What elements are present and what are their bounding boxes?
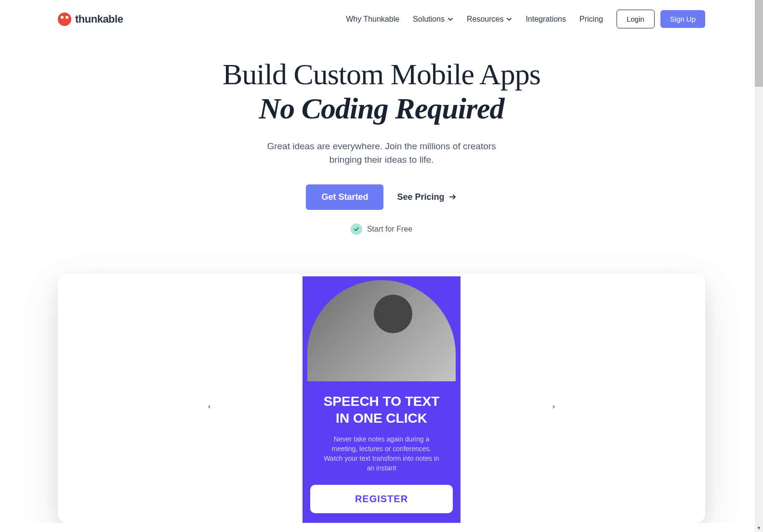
- nav-link-label: Solutions: [413, 15, 445, 24]
- nav-link-label: Pricing: [579, 15, 603, 24]
- phone-title: SPEECH TO TEXT IN ONE CLICK: [312, 393, 451, 427]
- top-nav: thunkable Why Thunkable Solutions Resour…: [0, 0, 763, 38]
- hero-title: Build Custom Mobile Apps No Coding Requi…: [10, 57, 753, 126]
- check-badge-icon: [351, 223, 362, 235]
- nav-actions: Login Sign Up: [617, 10, 705, 28]
- phone-register-button[interactable]: REGISTER: [310, 485, 453, 513]
- brand-name: thunkable: [75, 13, 123, 26]
- vertical-scrollbar[interactable]: ▲ ▼: [755, 0, 763, 523]
- hero-actions: Get Started See Pricing: [10, 184, 753, 210]
- scrollbar-thumb[interactable]: [755, 0, 763, 87]
- chevron-right-icon: [551, 404, 556, 409]
- start-free-badge: Start for Free: [10, 223, 753, 235]
- person-photo-placeholder: [307, 280, 456, 381]
- nav-link-integrations[interactable]: Integrations: [526, 15, 566, 24]
- chevron-down-icon: [447, 16, 453, 22]
- nav-link-pricing[interactable]: Pricing: [579, 15, 603, 24]
- hero-section: Build Custom Mobile Apps No Coding Requi…: [0, 38, 763, 249]
- phone-hero-image: [303, 276, 460, 381]
- carousel-next-button[interactable]: [546, 398, 561, 415]
- signup-button[interactable]: Sign Up: [660, 10, 705, 28]
- nav-link-resources[interactable]: Resources: [467, 15, 512, 24]
- chevron-left-icon: [207, 404, 212, 409]
- demo-showcase-card: SPEECH TO TEXT IN ONE CLICK Never take n…: [58, 273, 705, 523]
- phone-mockup: SPEECH TO TEXT IN ONE CLICK Never take n…: [303, 276, 460, 523]
- nav-link-why[interactable]: Why Thunkable: [346, 15, 399, 24]
- arrow-right-icon: [448, 193, 457, 201]
- check-icon: [353, 226, 360, 233]
- logo-icon: [58, 13, 71, 26]
- phone-title-line2: IN ONE CLICK: [336, 411, 427, 426]
- see-pricing-label: See Pricing: [397, 192, 444, 202]
- nav-link-label: Resources: [467, 15, 503, 24]
- login-button[interactable]: Login: [617, 10, 655, 28]
- get-started-button[interactable]: Get Started: [306, 184, 383, 210]
- image-arch-frame: [307, 280, 456, 381]
- hero-subtitle: Great ideas are everywhere. Join the mil…: [261, 140, 502, 167]
- phone-description: Never take notes again during a meeting,…: [322, 434, 441, 473]
- carousel-prev-button[interactable]: [202, 398, 217, 415]
- nav-link-label: Integrations: [526, 15, 566, 24]
- start-free-label: Start for Free: [367, 225, 412, 234]
- nav-link-solutions[interactable]: Solutions: [413, 15, 453, 24]
- see-pricing-link[interactable]: See Pricing: [397, 192, 457, 202]
- nav-links-group: Why Thunkable Solutions Resources Integr…: [346, 10, 705, 28]
- chevron-down-icon: [506, 16, 512, 22]
- nav-link-label: Why Thunkable: [346, 15, 399, 24]
- hero-title-line2: No Coding Required: [259, 92, 504, 125]
- hero-title-line1: Build Custom Mobile Apps: [223, 58, 540, 91]
- logo[interactable]: thunkable: [58, 13, 123, 26]
- phone-title-line1: SPEECH TO TEXT: [324, 394, 440, 409]
